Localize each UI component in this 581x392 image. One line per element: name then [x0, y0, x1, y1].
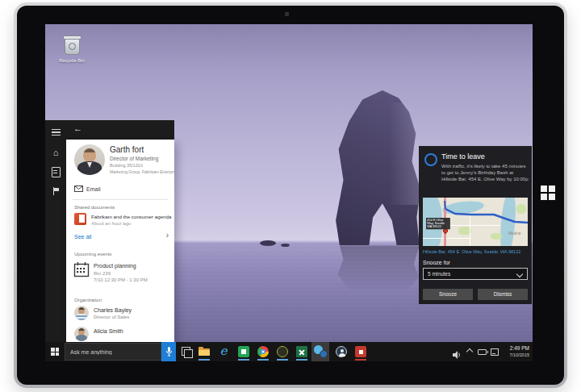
notebook-icon[interactable] — [45, 165, 66, 179]
avatar-face — [83, 148, 96, 162]
address-link[interactable]: Hillside Bar, 454 E. Olive Way, Seattle,… — [423, 249, 520, 254]
volume-icon[interactable] — [453, 348, 462, 361]
reminder-ring-icon — [424, 153, 437, 166]
clock-time: 2:49 PM — [510, 345, 529, 351]
surface-tablet: Recycle Bin ⌂ ← Garth fort Director of M… — [14, 2, 567, 388]
chrome-icon[interactable] — [257, 345, 270, 358]
document-meta: About an hour ago — [91, 221, 131, 226]
snooze-for-label: Snooze for — [423, 260, 450, 265]
red-app-icon[interactable] — [354, 345, 367, 358]
rock-highlight — [389, 102, 420, 205]
upcoming-events-label: Upcoming events — [74, 252, 111, 256]
profile-building: Building 35/1310 — [110, 163, 143, 168]
clock-date: 7/10/2015 — [510, 352, 529, 357]
calendar-icon — [73, 261, 90, 277]
cortana-panel: ⌂ ← Garth fort Director of Marketing Bui… — [45, 120, 174, 342]
desktop-screen: Recycle Bin ⌂ ← Garth fort Director of M… — [45, 24, 533, 361]
sea-rock — [330, 90, 425, 245]
organization-label: Organization — [74, 298, 102, 302]
task-view-button[interactable] — [181, 346, 193, 357]
microphone-icon — [165, 346, 173, 357]
recycle-bin-icon — [65, 37, 80, 55]
back-arrow-icon[interactable]: ← — [73, 123, 82, 133]
recycle-bin-label: Recycle Bin — [55, 58, 89, 65]
person-name: Charles Bayley — [94, 307, 132, 313]
cortana-header: ← — [66, 120, 174, 140]
action-center-icon[interactable] — [491, 348, 499, 356]
email-label: Email — [86, 186, 101, 192]
front-camera-icon — [285, 12, 289, 16]
snooze-duration-value: 5 minutes — [428, 271, 450, 277]
envelope-icon — [74, 186, 83, 192]
people-app-icon[interactable] — [335, 345, 348, 358]
chevron-right-icon[interactable]: › — [166, 231, 169, 240]
toast-title: Time to leave — [441, 152, 485, 161]
toast-body: With traffic, it's likely to take 45 min… — [441, 163, 529, 182]
document-title[interactable]: Fabrikam and the consumer agenda — [91, 214, 172, 219]
show-hidden-icons-chevron[interactable] — [467, 349, 472, 354]
file-explorer-icon[interactable] — [198, 345, 211, 358]
divider — [73, 199, 168, 200]
profile-group: Marketing Group, Fabrikam Enterprise — [110, 169, 174, 174]
document-icon[interactable] — [74, 213, 86, 225]
windows-capacitive-button[interactable] — [541, 186, 556, 201]
person-item[interactable]: Charles Bayley Director of Sales — [66, 306, 174, 323]
cortana-nav-rail: ⌂ — [45, 120, 66, 342]
cortana-search-input[interactable] — [65, 343, 161, 361]
hamburger-menu-button[interactable] — [45, 125, 66, 140]
chevron-down-icon — [516, 270, 523, 277]
time-to-leave-toast: Time to leave With traffic, it's likely … — [419, 146, 532, 304]
email-button[interactable]: Email — [74, 184, 101, 194]
round-app-icon[interactable] — [276, 345, 289, 358]
green-app-icon[interactable] — [237, 345, 250, 358]
avatar — [74, 327, 89, 341]
windows-logo-icon — [51, 348, 59, 356]
feedback-flag-icon[interactable] — [45, 184, 66, 198]
recycle-symbol-icon — [69, 43, 76, 50]
taskbar: e 2:49 PM 7/10/2015 — [45, 342, 533, 361]
taskbar-clock[interactable]: 2:49 PM 7/10/2015 — [510, 345, 529, 357]
internet-explorer-icon[interactable]: e — [217, 345, 230, 358]
snooze-button[interactable]: Snooze — [423, 289, 473, 300]
profile-job-title: Director of Marketing — [110, 156, 158, 161]
page-background: Recycle Bin ⌂ ← Garth fort Director of M… — [0, 0, 581, 392]
shared-documents-label: Shared documents — [74, 205, 115, 210]
excel-icon[interactable] — [295, 345, 308, 358]
start-button[interactable] — [45, 342, 65, 361]
map-pin-label: 454 E Olive Way, Seattle WA 98122 — [426, 218, 450, 229]
event-room: Rm 239 — [94, 271, 111, 276]
person-item[interactable]: Alicia Smith — [66, 327, 174, 342]
recycle-bin-shortcut[interactable]: Recycle Bin — [55, 37, 89, 65]
recycle-bin-lid — [63, 35, 82, 40]
person-name: Alicia Smith — [94, 328, 123, 334]
cortana-contact-card: Garth fort Director of Marketing Buildin… — [66, 140, 174, 342]
avatar — [74, 306, 89, 320]
person-title: Director of Sales — [94, 315, 129, 319]
dismiss-button[interactable]: Dismiss — [478, 289, 528, 300]
microphone-button[interactable] — [161, 342, 176, 361]
event-time: 7/10 12:30 PM - 1:30 PM — [94, 277, 148, 282]
map-place-label: Medina — [508, 231, 520, 236]
battery-icon[interactable] — [478, 349, 487, 355]
snooze-duration-select[interactable]: 5 minutes — [423, 268, 528, 280]
home-icon[interactable]: ⌂ — [45, 145, 66, 160]
route-map[interactable]: 454 E Olive Way, Seattle WA 98122 Medina — [423, 198, 528, 246]
messaging-app-icon-active[interactable] — [311, 342, 329, 361]
profile-photo — [74, 144, 105, 175]
event-title[interactable]: Product planning — [94, 263, 136, 269]
profile-name: Garth fort — [110, 145, 144, 154]
see-all-link[interactable]: See all — [74, 234, 91, 240]
